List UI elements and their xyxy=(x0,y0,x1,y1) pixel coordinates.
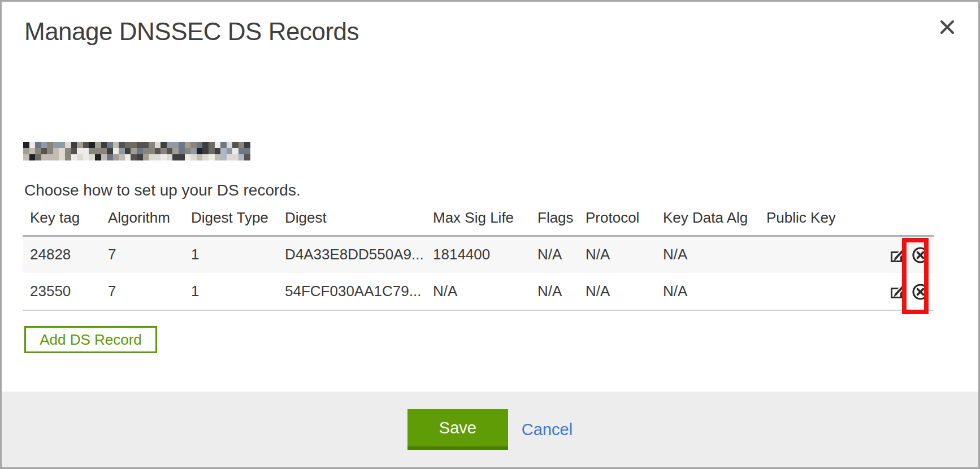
cell-key-tag: 23550 xyxy=(23,273,101,310)
col-header-actions xyxy=(844,203,934,236)
edit-pencil-icon xyxy=(890,247,905,263)
cell-algorithm: 7 xyxy=(101,273,184,310)
save-button[interactable]: Save xyxy=(407,409,508,450)
table-row: 23550 7 1 54FCF030AA1C79... N/A N/A N/A … xyxy=(23,273,934,310)
cell-digest: 54FCF030AA1C79... xyxy=(277,273,426,310)
cell-key-tag: 24828 xyxy=(23,236,101,273)
cancel-link[interactable]: Cancel xyxy=(522,420,573,439)
delete-record-button[interactable] xyxy=(910,246,930,264)
cell-public-key xyxy=(759,236,844,273)
col-header-flags: Flags xyxy=(530,203,578,236)
close-button[interactable] xyxy=(935,15,959,39)
cell-key-data-alg: N/A xyxy=(656,236,759,273)
delete-circle-x-icon xyxy=(912,283,929,301)
col-header-protocol: Protocol xyxy=(578,203,656,236)
cell-flags: N/A xyxy=(530,236,578,273)
edit-record-button[interactable] xyxy=(888,284,907,299)
delete-circle-x-icon xyxy=(912,246,929,264)
edit-pencil-icon xyxy=(890,284,905,299)
cell-digest: D4A33E8DD550A9... xyxy=(277,236,426,273)
table-header-row: Key tag Algorithm Digest Type Digest Max… xyxy=(23,203,934,236)
cell-flags: N/A xyxy=(530,273,578,310)
table-row: 24828 7 1 D4A33E8DD550A9... 1814400 N/A … xyxy=(23,236,934,273)
instruction-text: Choose how to set up your DS records. xyxy=(24,181,301,199)
col-header-algorithm: Algorithm xyxy=(101,203,184,236)
close-icon xyxy=(939,19,956,36)
col-header-digest: Digest xyxy=(277,203,426,236)
cell-protocol: N/A xyxy=(578,273,656,310)
row-actions xyxy=(844,236,934,273)
col-header-digest-type: Digest Type xyxy=(184,203,277,236)
cell-algorithm: 7 xyxy=(101,236,184,273)
cell-max-sig-life: 1814400 xyxy=(426,236,530,273)
delete-record-button[interactable] xyxy=(910,283,930,301)
col-header-max-sig-life: Max Sig Life xyxy=(426,203,530,236)
col-header-key-data-alg: Key Data Alg xyxy=(656,203,759,236)
cell-protocol: N/A xyxy=(578,236,656,273)
domain-name-redacted xyxy=(23,142,250,160)
col-header-public-key: Public Key xyxy=(759,203,844,236)
ds-records-table: Key tag Algorithm Digest Type Digest Max… xyxy=(23,203,934,311)
manage-dnssec-modal: Manage DNSSEC DS Records Choose how to s… xyxy=(0,0,980,469)
cell-key-data-alg: N/A xyxy=(656,273,759,310)
cell-digest-type: 1 xyxy=(184,273,277,310)
cell-digest-type: 1 xyxy=(184,236,277,273)
edit-record-button[interactable] xyxy=(888,247,907,263)
cell-public-key xyxy=(759,273,844,310)
row-actions xyxy=(844,273,934,310)
page-title: Manage DNSSEC DS Records xyxy=(24,18,359,46)
modal-footer: Save Cancel xyxy=(2,392,978,467)
cell-max-sig-life: N/A xyxy=(426,273,530,310)
col-header-key-tag: Key tag xyxy=(23,203,101,236)
add-ds-record-button[interactable]: Add DS Record xyxy=(24,326,157,353)
